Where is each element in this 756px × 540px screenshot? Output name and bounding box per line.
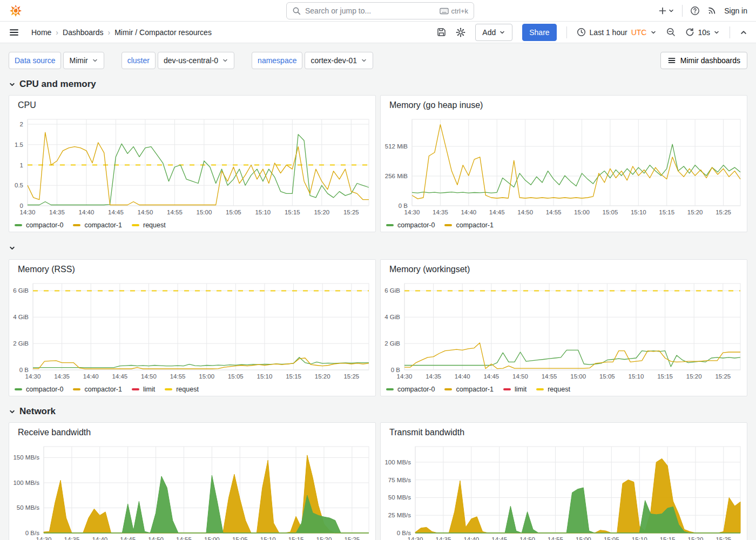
svg-text:15:20: 15:20 bbox=[316, 536, 332, 540]
panel-title[interactable]: Transmit bandwidth bbox=[381, 423, 747, 442]
panel-title[interactable]: Memory (RSS) bbox=[9, 260, 375, 279]
namespace-select[interactable]: cortex-dev-01 bbox=[305, 52, 373, 69]
svg-text:15:10: 15:10 bbox=[629, 373, 644, 380]
svg-text:14:45: 14:45 bbox=[112, 373, 127, 380]
legend-item-compactor-0[interactable]: compactor-0 bbox=[386, 221, 435, 229]
heap-chart[interactable]: 0 B256 MiB512 MiB14:3014:3514:4014:4514:… bbox=[381, 115, 747, 218]
svg-text:100 MB/s: 100 MB/s bbox=[384, 459, 411, 465]
panel-transmit-bandwidth: Transmit bandwidth 0 B/s25 MB/s50 MB/s75… bbox=[380, 422, 747, 540]
add-button[interactable]: Add bbox=[475, 24, 512, 41]
row-header-collapsed[interactable] bbox=[9, 241, 747, 255]
transmit-bandwidth-chart[interactable]: 0 B/s25 MB/s50 MB/s75 MB/s100 MB/s14:301… bbox=[381, 442, 747, 540]
legend-item-compactor-0[interactable]: compactor-0 bbox=[386, 386, 435, 393]
chevron-down-icon bbox=[222, 57, 228, 64]
svg-text:6 GiB: 6 GiB bbox=[384, 287, 400, 294]
legend-item-limit[interactable]: limit bbox=[132, 386, 155, 393]
collapse-toolbar-icon[interactable] bbox=[740, 29, 747, 36]
svg-text:14:30: 14:30 bbox=[397, 373, 413, 380]
legend-swatch bbox=[15, 388, 22, 390]
grafana-logo[interactable] bbox=[9, 4, 23, 18]
legend-item-compactor-1[interactable]: compactor-1 bbox=[444, 221, 493, 229]
time-range-label: Last 1 hour bbox=[590, 28, 627, 37]
svg-text:75 MB/s: 75 MB/s bbox=[388, 477, 411, 483]
svg-text:14:35: 14:35 bbox=[426, 373, 441, 380]
svg-text:15:05: 15:05 bbox=[603, 209, 618, 215]
search-shortcut: ctrl+k bbox=[440, 7, 468, 15]
help-button[interactable] bbox=[690, 6, 700, 16]
panel-memory-rss: Memory (RSS) 0 B2 GiB4 GiB6 GiB14:3014:3… bbox=[9, 259, 376, 396]
heap-plot[interactable]: 0 B256 MiB512 MiB14:3014:3514:4014:4514:… bbox=[381, 115, 747, 218]
row-header-network[interactable]: Network bbox=[9, 404, 747, 419]
mimir-dashboards-button[interactable]: Mimir dashboards bbox=[660, 52, 747, 69]
svg-text:14:40: 14:40 bbox=[461, 209, 476, 215]
panel-row-2: Memory (RSS) 0 B2 GiB4 GiB6 GiB14:3014:3… bbox=[9, 259, 747, 396]
legend-label: request bbox=[548, 386, 570, 393]
legend-item-compactor-1[interactable]: compactor-1 bbox=[73, 221, 122, 229]
legend-item-request[interactable]: request bbox=[132, 221, 166, 229]
chevron-down-icon bbox=[713, 29, 720, 36]
refresh-picker[interactable]: 10s bbox=[685, 28, 720, 37]
sign-in-link[interactable]: Sign in bbox=[724, 6, 747, 15]
news-icon[interactable] bbox=[707, 6, 717, 15]
series-compactor-1 bbox=[404, 343, 740, 369]
panel-title[interactable]: Memory (workingset) bbox=[381, 260, 747, 279]
series-compactor-1 bbox=[412, 125, 740, 199]
svg-text:2: 2 bbox=[20, 121, 23, 127]
breadcrumb-dashboards[interactable]: Dashboards bbox=[63, 28, 104, 37]
svg-text:50 MB/s: 50 MB/s bbox=[388, 494, 411, 501]
search-input[interactable]: Search or jump to... ctrl+k bbox=[286, 2, 474, 19]
legend-item-limit[interactable]: limit bbox=[503, 386, 526, 393]
svg-text:14:40: 14:40 bbox=[79, 209, 94, 215]
svg-text:14:45: 14:45 bbox=[108, 209, 124, 215]
panel-cpu: CPU 00.511.5214:3014:3514:4014:4514:5014… bbox=[9, 95, 376, 232]
legend-swatch bbox=[73, 388, 80, 390]
ws-plot[interactable]: 0 B2 GiB4 GiB6 GiB14:3014:3514:4014:4514… bbox=[381, 279, 747, 382]
rss-plot[interactable]: 0 B2 GiB4 GiB6 GiB14:3014:3514:4014:4514… bbox=[9, 279, 375, 382]
svg-text:14:30: 14:30 bbox=[404, 209, 420, 215]
rss-chart[interactable]: 0 B2 GiB4 GiB6 GiB14:3014:3514:4014:4514… bbox=[9, 279, 375, 382]
svg-text:14:30: 14:30 bbox=[408, 536, 423, 540]
svg-text:0 B: 0 B bbox=[399, 202, 408, 209]
divider bbox=[730, 26, 730, 38]
save-dashboard-icon[interactable] bbox=[437, 28, 446, 37]
legend-item-request[interactable]: request bbox=[536, 386, 570, 393]
legend-label: compactor-0 bbox=[397, 386, 435, 393]
svg-text:14:55: 14:55 bbox=[170, 373, 186, 380]
time-range-picker[interactable]: Last 1 hour UTC bbox=[577, 28, 657, 37]
breadcrumb-separator: › bbox=[56, 28, 58, 37]
menu-toggle-icon[interactable] bbox=[9, 27, 19, 38]
legend-swatch bbox=[444, 388, 452, 390]
row-header-cpu-and-memory[interactable]: CPU and memory bbox=[9, 77, 747, 92]
legend-swatch bbox=[132, 224, 139, 226]
legend-item-request[interactable]: request bbox=[165, 386, 199, 393]
legend-item-compactor-0[interactable]: compactor-0 bbox=[15, 386, 63, 393]
workingset-legend: compactor-0compactor-1limitrequest bbox=[381, 382, 747, 397]
share-button[interactable]: Share bbox=[522, 24, 556, 41]
legend-item-compactor-0[interactable]: compactor-0 bbox=[15, 221, 63, 229]
svg-text:14:40: 14:40 bbox=[463, 536, 479, 540]
dashboard-settings-icon[interactable] bbox=[456, 28, 465, 37]
panel-title[interactable]: Memory (go heap inuse) bbox=[381, 96, 747, 115]
rx-plot[interactable]: 0 B/s50 MB/s100 MB/s150 MB/s14:3014:3514… bbox=[9, 442, 375, 540]
legend-label: compactor-1 bbox=[456, 221, 493, 229]
legend-item-compactor-1[interactable]: compactor-1 bbox=[73, 386, 122, 393]
list-icon bbox=[667, 56, 676, 65]
panel-title[interactable]: CPU bbox=[9, 96, 375, 115]
panel-title[interactable]: Receive bandwidth bbox=[9, 423, 375, 442]
legend-item-compactor-1[interactable]: compactor-1 bbox=[444, 386, 493, 393]
svg-text:15:05: 15:05 bbox=[226, 209, 241, 215]
workingset-chart[interactable]: 0 B2 GiB4 GiB6 GiB14:3014:3514:4014:4514… bbox=[381, 279, 747, 382]
cluster-select[interactable]: dev-us-central-0 bbox=[158, 52, 234, 69]
breadcrumb-home[interactable]: Home bbox=[31, 28, 51, 37]
legend-label: request bbox=[176, 386, 199, 393]
datasource-select[interactable]: Mimir bbox=[63, 52, 104, 69]
receive-bandwidth-chart[interactable]: 0 B/s50 MB/s100 MB/s150 MB/s14:3014:3514… bbox=[9, 442, 375, 540]
new-menu-button[interactable] bbox=[658, 6, 674, 15]
zoom-out-icon[interactable] bbox=[666, 28, 676, 37]
divider bbox=[682, 5, 683, 17]
cpu-chart[interactable]: 00.511.5214:3014:3514:4014:4514:5014:551… bbox=[9, 115, 375, 218]
tx-plot[interactable]: 0 B/s25 MB/s50 MB/s75 MB/s100 MB/s14:301… bbox=[381, 442, 747, 540]
cpu-plot[interactable]: 00.511.5214:3014:3514:4014:4514:5014:551… bbox=[9, 115, 375, 218]
svg-text:15:15: 15:15 bbox=[286, 373, 301, 380]
datasource-filter: Data source Mimir bbox=[9, 52, 104, 69]
